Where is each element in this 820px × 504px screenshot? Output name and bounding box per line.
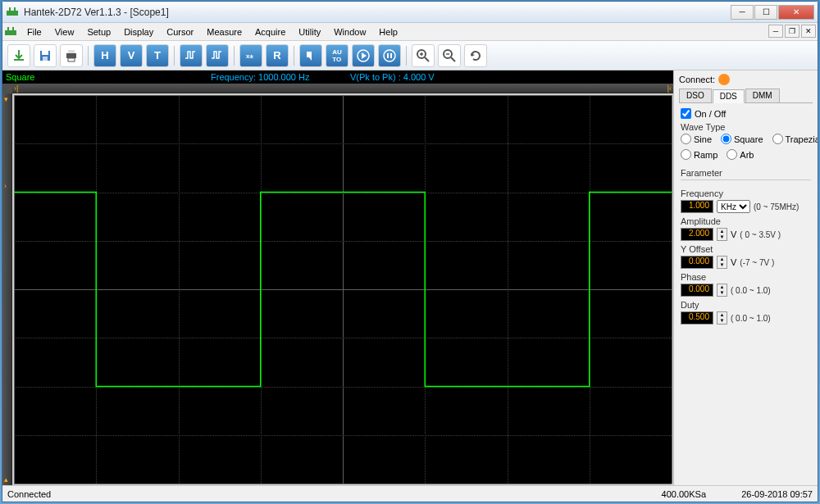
menu-setup[interactable]: Setup xyxy=(80,25,117,39)
tool-download-icon[interactable] xyxy=(7,44,30,67)
dds-tab-content: On / Off Wave Type Sine Square Trapezia … xyxy=(679,103,813,333)
freq-label: Frequency xyxy=(681,188,811,198)
svg-rect-11 xyxy=(68,50,75,53)
phase-input[interactable]: 0.000 xyxy=(681,284,713,297)
yoff-range: (-7 ~ 7V ) xyxy=(740,258,774,267)
side-panel: Connect: DSO DDS DMM On / Off Wave Type … xyxy=(673,70,818,485)
mdi-minimize-button[interactable]: ─ xyxy=(768,25,783,38)
menu-display[interactable]: Display xyxy=(117,25,160,39)
mdi-close-button[interactable]: ✕ xyxy=(801,25,816,38)
wave-name-label: Square xyxy=(6,72,211,82)
svg-rect-10 xyxy=(66,53,76,58)
duty-label: Duty xyxy=(681,300,811,310)
yoff-label: Y Offset xyxy=(681,244,811,254)
svg-rect-0 xyxy=(7,11,18,16)
amp-input[interactable]: 2.000 xyxy=(681,228,713,241)
svg-line-19 xyxy=(425,57,429,61)
svg-rect-6 xyxy=(14,59,24,61)
tool-auto-button[interactable]: AUTO xyxy=(326,44,348,67)
tool-save-icon[interactable] xyxy=(34,44,57,67)
amp-spinner[interactable]: ▲▼ xyxy=(717,228,727,241)
menu-window[interactable]: Window xyxy=(327,25,372,39)
tool-play-button[interactable] xyxy=(352,44,375,67)
tool-math-button[interactable]: x± xyxy=(239,44,262,67)
tool-zoom-in-icon[interactable] xyxy=(412,44,435,67)
minimize-button[interactable]: ─ xyxy=(731,5,754,20)
amp-range: ( 0 ~ 3.5V ) xyxy=(740,230,781,239)
tab-dmm[interactable]: DMM xyxy=(745,89,780,102)
menu-cursor[interactable]: Cursor xyxy=(160,25,200,39)
svg-text:x±: x± xyxy=(246,52,253,60)
yoff-unit: V xyxy=(731,257,736,267)
menu-file[interactable]: File xyxy=(20,25,48,39)
phase-range: ( 0.0 ~ 1.0) xyxy=(731,286,771,295)
statusbar: Connected 400.00KSa 26-09-2018 09:57 xyxy=(2,485,818,502)
duty-input[interactable]: 0.500 xyxy=(681,311,713,325)
tool-channel2-button[interactable] xyxy=(206,44,229,67)
svg-rect-5 xyxy=(12,27,14,30)
svg-rect-2 xyxy=(14,7,16,11)
yoff-input[interactable]: 0.000 xyxy=(681,256,713,269)
mdi-restore-button[interactable]: ❐ xyxy=(785,25,800,38)
phase-spinner[interactable]: ▲▼ xyxy=(717,284,727,297)
svg-rect-17 xyxy=(390,53,392,58)
freq-unit-select[interactable]: KHz xyxy=(717,200,750,213)
tool-pause-button[interactable] xyxy=(378,44,401,67)
titlebar[interactable]: Hantek-2D72 Ver1.1.3 - [Scope1] ─ ☐ ✕ xyxy=(2,2,818,23)
radio-square[interactable] xyxy=(721,134,731,144)
radio-trapezia[interactable] xyxy=(772,134,783,144)
menu-view[interactable]: View xyxy=(48,25,81,39)
tool-cursor-button[interactable] xyxy=(299,44,322,67)
ruler-left: ▾ › ▴ xyxy=(2,93,12,485)
menu-help[interactable]: Help xyxy=(372,25,404,39)
app-icon xyxy=(6,6,19,19)
scope-display[interactable] xyxy=(12,93,673,485)
menu-utility[interactable]: Utility xyxy=(292,25,327,39)
radio-arb[interactable] xyxy=(727,149,737,160)
duty-range: ( 0.0 ~ 1.0) xyxy=(731,314,771,323)
app-window: Hantek-2D72 Ver1.1.3 - [Scope1] ─ ☐ ✕ Fi… xyxy=(2,1,818,502)
svg-rect-1 xyxy=(9,7,11,11)
close-button[interactable]: ✕ xyxy=(778,5,814,20)
status-sample-rate: 400.00KSa xyxy=(591,489,706,499)
onoff-checkbox[interactable] xyxy=(681,108,691,119)
panel-tabs: DSO DDS DMM xyxy=(679,89,813,103)
tool-vert-button[interactable]: V xyxy=(120,44,143,67)
connect-indicator-icon xyxy=(718,74,730,85)
onoff-label: On / Off xyxy=(695,109,726,119)
mdi-window-controls: ─ ❐ ✕ xyxy=(768,25,816,38)
tab-dds[interactable]: DDS xyxy=(713,89,745,103)
svg-rect-9 xyxy=(43,57,48,61)
phase-label: Phase xyxy=(681,272,811,282)
tool-channel1-button[interactable] xyxy=(180,44,203,67)
duty-spinner[interactable]: ▲▼ xyxy=(717,311,727,325)
radio-ramp[interactable] xyxy=(681,149,691,160)
menu-measure[interactable]: Measure xyxy=(200,25,248,39)
titlebar-text: Hantek-2D72 Ver1.1.3 - [Scope1] xyxy=(24,7,731,18)
vpp-label: V(Pk to Pk) : 4.000 V xyxy=(350,72,435,82)
svg-rect-16 xyxy=(387,53,389,58)
scope-info-bar: Square Frequency: 1000.000 Hz V(Pk to Pk… xyxy=(2,70,673,84)
status-datetime: 26-09-2018 09:57 xyxy=(706,489,813,499)
frequency-label: Frequency: 1000.000 Hz xyxy=(211,72,350,82)
menu-acquire[interactable]: Acquire xyxy=(248,25,292,39)
tool-horiz-button[interactable]: H xyxy=(93,44,116,67)
svg-rect-3 xyxy=(5,30,16,35)
ruler-top: ›| |‹ xyxy=(12,84,673,93)
yoff-spinner[interactable]: ▲▼ xyxy=(717,256,727,269)
tool-trig-button[interactable]: T xyxy=(146,44,169,67)
tool-ref-button[interactable]: R xyxy=(266,44,289,67)
tool-refresh-icon[interactable] xyxy=(464,44,487,67)
radio-sine[interactable] xyxy=(681,134,691,144)
freq-range: (0 ~ 75MHz) xyxy=(754,202,799,211)
svg-line-23 xyxy=(451,57,455,61)
scope-panel: Square Frequency: 1000.000 Hz V(Pk to Pk… xyxy=(2,70,673,485)
tab-dso[interactable]: DSO xyxy=(679,89,712,102)
connect-label: Connect: xyxy=(679,75,715,84)
freq-input[interactable]: 1.000 xyxy=(681,200,713,213)
tool-zoom-out-icon[interactable] xyxy=(438,44,461,67)
app-menu-icon xyxy=(4,25,17,39)
tool-print-icon[interactable] xyxy=(60,44,83,67)
svg-rect-12 xyxy=(68,58,75,61)
maximize-button[interactable]: ☐ xyxy=(754,5,777,20)
